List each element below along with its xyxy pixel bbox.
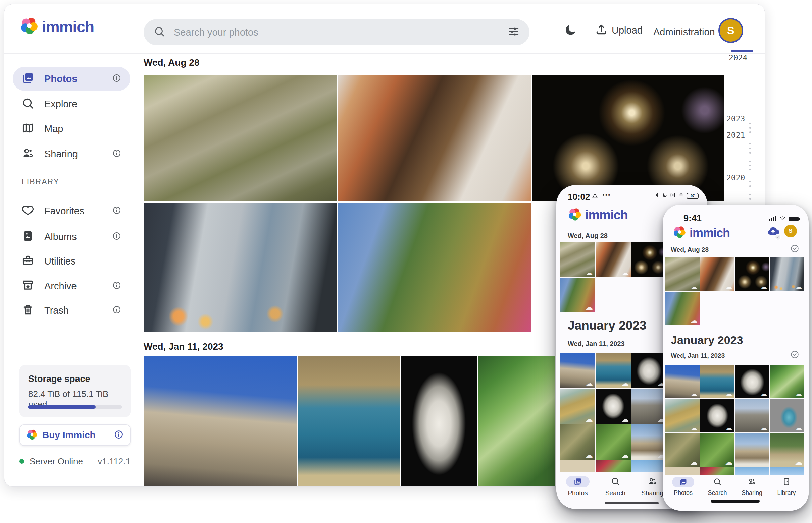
thumb-bust[interactable]: ☁: [632, 353, 667, 388]
thumb-snowy-church[interactable]: [735, 433, 770, 467]
photo-zoo-monkeys[interactable]: [144, 75, 337, 201]
nav-photos-button[interactable]: [672, 477, 694, 487]
thumb-alpine-farm[interactable]: ☁: [770, 433, 804, 467]
thumb-lizard[interactable]: ☁: [666, 433, 699, 467]
nav-label[interactable]: Photos: [674, 489, 693, 497]
thumb-partial[interactable]: [700, 467, 735, 475]
scrubber-year-2023[interactable]: 2023: [726, 114, 757, 123]
search-input[interactable]: [173, 26, 508, 38]
sidebar-item-explore[interactable]: Explore: [13, 92, 130, 116]
nav-label[interactable]: Library: [777, 489, 796, 497]
thumb-zoo[interactable]: ☁: [560, 242, 595, 277]
thumb-partial[interactable]: [560, 460, 595, 472]
sidebar-item-utilities[interactable]: Utilities: [13, 249, 130, 273]
thumb-partial[interactable]: [666, 467, 699, 475]
nav-label[interactable]: Sharing: [742, 489, 762, 497]
nav-sharing-icon[interactable]: [647, 477, 657, 487]
photo-holding-hands[interactable]: [144, 203, 337, 332]
status-notification-icon: [591, 193, 599, 201]
cloud-sync-icon[interactable]: [765, 224, 781, 239]
info-icon[interactable]: [112, 73, 121, 84]
nav-sharing-icon[interactable]: [747, 477, 756, 487]
thumb-ornament[interactable]: ☁: [770, 399, 804, 432]
info-icon[interactable]: [112, 231, 121, 242]
thumb-lizard-2[interactable]: ☁: [700, 433, 735, 467]
thumb-ruins[interactable]: ☁: [632, 389, 667, 424]
photo-marble-bust[interactable]: [401, 356, 477, 486]
thumb-fireworks[interactable]: [632, 242, 667, 277]
nav-label[interactable]: Search: [605, 489, 625, 497]
thumb-fireworks[interactable]: ☁: [735, 257, 770, 291]
scrubber-year-2020[interactable]: 2020: [726, 173, 757, 182]
select-all-check-icon[interactable]: [790, 350, 799, 360]
thumb-dinner[interactable]: ☁: [595, 242, 631, 277]
thumb-hands[interactable]: ☁: [770, 257, 804, 291]
sidebar-item-archive[interactable]: Archive: [13, 274, 130, 298]
sidebar-item-albums[interactable]: Albums: [13, 224, 130, 249]
nav-search-icon[interactable]: [611, 477, 620, 487]
thumb-bust[interactable]: ☁: [735, 365, 770, 398]
info-icon[interactable]: [112, 281, 121, 291]
sidebar-item-photos[interactable]: Photos: [13, 67, 130, 91]
thumb-dinner[interactable]: ☁: [700, 257, 735, 291]
select-all-check-icon[interactable]: [790, 244, 799, 254]
thumb-partial[interactable]: [595, 460, 631, 472]
user-avatar[interactable]: S: [784, 224, 797, 237]
thumb-fortress[interactable]: ☁: [560, 353, 595, 388]
nav-search-icon[interactable]: [713, 477, 722, 487]
theme-toggle-moon-icon[interactable]: [564, 23, 577, 38]
scrubber-year-2021[interactable]: 2021: [726, 131, 757, 140]
thumb-beach-cliff[interactable]: ☁: [666, 399, 699, 432]
nav-label[interactable]: Search: [708, 489, 727, 497]
home-indicator[interactable]: [711, 500, 760, 503]
upload-button[interactable]: Upload: [595, 23, 642, 37]
thumb-partial[interactable]: [735, 467, 770, 475]
thumb-fortress[interactable]: ☁: [666, 365, 699, 398]
thumb-lizard-2[interactable]: ☁: [595, 425, 631, 459]
library-section-label: LIBRARY: [22, 177, 59, 186]
thumb-sculpture[interactable]: ☁: [595, 389, 631, 424]
thumb-partial[interactable]: [632, 460, 667, 472]
thumb-ruins[interactable]: ☁: [735, 399, 770, 432]
info-icon[interactable]: [112, 148, 121, 159]
thumb-coast[interactable]: ☁: [595, 353, 631, 388]
user-avatar[interactable]: S: [719, 18, 743, 43]
thumb-autumn[interactable]: ☁: [560, 278, 595, 312]
thumb-partial[interactable]: [770, 467, 804, 475]
sidebar-item-trash[interactable]: Trash: [13, 299, 130, 323]
nav-photos-button[interactable]: [566, 476, 589, 487]
sidebar-label: Trash: [44, 305, 112, 316]
photo-autumn-path[interactable]: [338, 203, 531, 332]
photo-sea-grapes[interactable]: [478, 356, 555, 486]
nav-label[interactable]: Photos: [568, 489, 588, 497]
photo-coastal-town[interactable]: [298, 356, 400, 486]
photo-fireworks[interactable]: [532, 75, 724, 201]
thumb-autumn[interactable]: ☁: [666, 292, 699, 325]
sidebar-item-map[interactable]: Map: [13, 117, 130, 141]
signal-icon: [769, 216, 776, 221]
home-indicator[interactable]: [605, 502, 659, 504]
sidebar-label: Sharing: [44, 148, 112, 160]
nav-library-icon[interactable]: [782, 477, 791, 487]
info-icon[interactable]: [114, 430, 124, 441]
info-icon[interactable]: [112, 205, 121, 216]
thumb-lizard[interactable]: ☁: [560, 425, 595, 459]
thumb-coast[interactable]: ☁: [700, 365, 735, 398]
thumb-plant[interactable]: ☁: [770, 365, 804, 398]
thumb-sculpture[interactable]: ☁: [700, 399, 735, 432]
scrubber-position-marker[interactable]: [731, 50, 753, 52]
info-icon[interactable]: [112, 305, 121, 316]
sidebar-item-favorites[interactable]: Favorites: [13, 199, 130, 223]
thumb-zoo[interactable]: ☁: [666, 257, 699, 291]
photo-fortress[interactable]: [144, 356, 297, 486]
search-filters-icon[interactable]: [508, 26, 519, 39]
photo-dinner-table[interactable]: [338, 75, 531, 201]
thumb-beach-cliff[interactable]: ☁: [560, 389, 595, 424]
sidebar-item-sharing[interactable]: Sharing: [13, 142, 130, 166]
cloud-icon: ☁: [795, 425, 802, 432]
nav-label[interactable]: Sharing: [641, 489, 663, 497]
buy-immich-button[interactable]: Buy Immich: [19, 425, 131, 446]
thumb-snowy-church[interactable]: ☁: [632, 425, 667, 459]
search-bar[interactable]: [144, 19, 530, 45]
administration-link[interactable]: Administration: [653, 26, 715, 38]
